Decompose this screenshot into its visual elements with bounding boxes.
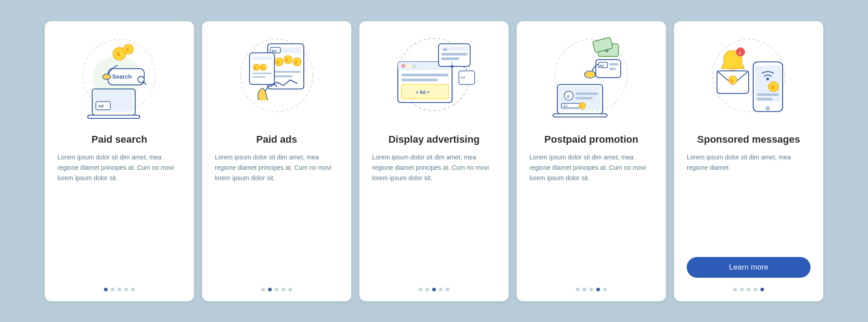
svg-text:$: $ [261, 66, 263, 70]
paid-ads-title: Paid ads [256, 133, 297, 146]
svg-text:$: $ [731, 79, 733, 83]
svg-rect-90 [757, 93, 779, 96]
svg-rect-50 [441, 53, 467, 56]
paid-search-illustration: Ad Search $ $ [74, 34, 165, 124]
dot-2 [583, 288, 586, 291]
cards-container: Ad Search $ $ Paid search Lorem ipsum do… [27, 8, 841, 315]
dot-2 [268, 288, 272, 291]
dot-5 [760, 288, 764, 291]
display-advertising-dots [419, 288, 449, 291]
dot-3 [432, 288, 436, 291]
svg-point-82 [766, 78, 769, 80]
dot-1 [261, 288, 265, 291]
svg-rect-4 [88, 115, 140, 118]
svg-text:$: $ [580, 105, 582, 108]
dot-2 [111, 288, 114, 291]
svg-text:Ad: Ad [599, 64, 604, 67]
svg-text:Ad: Ad [443, 48, 447, 51]
svg-rect-35 [252, 73, 272, 74]
sponsored-messages-illustration: $ $ 1 [703, 34, 794, 124]
dot-4 [596, 288, 600, 291]
svg-text:Ad: Ad [461, 75, 465, 79]
svg-rect-63 [576, 93, 598, 95]
card-sponsored-messages: $ $ 1 Sponsored messages Lorem ipsum dol… [674, 21, 823, 301]
dot-4 [439, 288, 443, 291]
sponsored-messages-title: Sponsored messages [697, 133, 800, 146]
svg-point-77 [585, 71, 595, 78]
dot-1 [104, 288, 108, 291]
display-advertising-title: Display advertising [388, 133, 480, 146]
sponsored-messages-dots [733, 288, 764, 291]
paid-search-title: Paid search [91, 133, 147, 146]
svg-text:$: $ [117, 51, 120, 57]
dot-1 [576, 288, 580, 291]
svg-point-41 [407, 64, 410, 68]
svg-point-81 [765, 106, 770, 111]
svg-rect-27 [270, 71, 301, 73]
paid-search-dots [104, 288, 135, 291]
svg-text:Search: Search [112, 73, 132, 80]
svg-text:$: $ [255, 66, 256, 70]
dot-5 [446, 288, 449, 291]
paid-ads-illustration: Ad $ $ $ $ [231, 34, 322, 124]
postpaid-promotion-body: Lorem ipsum dolor sit dim amet, mea regi… [529, 152, 653, 279]
card-paid-ads: Ad $ $ $ $ [202, 21, 351, 301]
svg-rect-51 [441, 57, 459, 60]
svg-text:$: $ [771, 84, 774, 90]
svg-rect-36 [252, 76, 266, 78]
dot-3 [275, 288, 278, 291]
dot-2 [740, 288, 744, 291]
svg-rect-73 [609, 68, 616, 70]
paid-ads-dots [261, 288, 292, 291]
svg-text:Ad: Ad [563, 104, 567, 107]
svg-rect-72 [609, 63, 618, 65]
svg-rect-30 [252, 56, 272, 60]
svg-text:$: $ [286, 58, 288, 62]
paid-search-body: Lorem ipsum dolor sit dim amet, mea regi… [57, 152, 181, 279]
card-postpaid-promotion: @ Ad $ Ad $ [517, 21, 666, 301]
dot-3 [747, 288, 750, 291]
dot-5 [603, 288, 607, 291]
svg-point-42 [412, 64, 416, 68]
card-paid-search: Ad Search $ $ Paid search Lorem ipsum do… [45, 21, 194, 301]
dot-3 [590, 288, 593, 291]
svg-point-53 [451, 65, 453, 68]
dot-3 [118, 288, 121, 291]
learn-more-button[interactable]: Learn more [687, 257, 811, 278]
svg-rect-43 [401, 74, 448, 76]
paid-ads-body: Lorem ipsum dolor sit dim amet, mea regi… [215, 152, 339, 279]
display-advertising-body: Lorem ipsum dolor sit dim amet, mea regi… [372, 152, 496, 279]
dot-4 [754, 288, 757, 291]
svg-rect-64 [576, 97, 593, 99]
postpaid-promotion-title: Postpaid promotion [544, 133, 638, 146]
postpaid-promotion-dots [576, 288, 607, 291]
svg-line-54 [463, 66, 468, 71]
svg-text:@: @ [566, 94, 570, 98]
dot-1 [733, 288, 737, 291]
sponsored-messages-body: Lorem ipsum dolor sit dim amet, mea regi… [687, 152, 811, 249]
dot-5 [131, 288, 135, 291]
dot-5 [288, 288, 292, 291]
svg-text:Ad: Ad [98, 104, 104, 108]
dot-2 [425, 288, 429, 291]
svg-text:Ad: Ad [272, 49, 277, 53]
svg-text:$: $ [295, 60, 297, 65]
svg-rect-91 [757, 98, 773, 100]
postpaid-promotion-illustration: @ Ad $ Ad $ [546, 34, 637, 124]
dot-4 [124, 288, 128, 291]
display-advertising-illustration: < Ad > Ad Ad [389, 34, 479, 124]
svg-point-40 [401, 64, 405, 68]
svg-point-15 [103, 74, 111, 79]
svg-text:1: 1 [739, 51, 741, 55]
svg-text:$: $ [126, 47, 129, 52]
svg-rect-44 [401, 79, 438, 81]
svg-text:< Ad >: < Ad > [416, 90, 429, 95]
svg-text:$: $ [277, 60, 279, 65]
dot-1 [419, 288, 422, 291]
dot-4 [282, 288, 285, 291]
card-display-advertising: < Ad > Ad Ad Display advertising Lorem i… [359, 21, 509, 301]
